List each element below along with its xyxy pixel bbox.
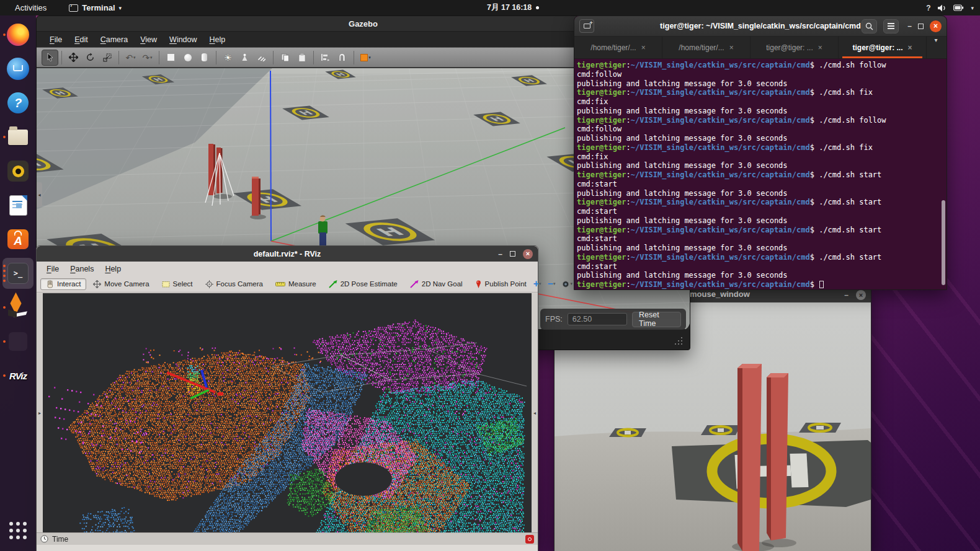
dock-item-rviz[interactable]: RViz (2, 360, 33, 391)
translate-icon[interactable] (65, 50, 82, 66)
dock-item-rhythmbox[interactable] (2, 156, 33, 187)
camera-views-icon[interactable]: ▾ (561, 280, 572, 288)
gazebo-left-panel-handle[interactable]: ◂ (37, 182, 42, 207)
dock-item-unknown-app[interactable] (2, 326, 33, 357)
rviz-time-panel-header[interactable]: Time (37, 532, 538, 545)
remove-minus-icon[interactable]: −▾ (548, 279, 556, 289)
focus-camera-icon (205, 280, 213, 288)
minimize-button[interactable]: – (844, 291, 849, 299)
scale-icon[interactable] (99, 50, 115, 66)
spot-light-icon[interactable] (236, 50, 253, 66)
dock-item-firefox[interactable] (2, 19, 33, 50)
maximize-button[interactable] (918, 24, 924, 29)
menu-camera[interactable]: Camera (95, 34, 133, 45)
maximize-button[interactable] (510, 251, 515, 257)
rviz-menu-bar: FilePanelsHelp (37, 262, 538, 276)
time-panel-close-button[interactable] (525, 535, 534, 544)
rviz-3d-viewport[interactable]: ▸ ◂ (37, 293, 538, 532)
terminal-tab-bar: /home/tiger/...×/home/tiger/...×tiger@ti… (574, 37, 947, 59)
focused-app-menu[interactable]: Terminal ▾ (69, 3, 122, 12)
menu-view[interactable]: View (135, 34, 163, 45)
tool-2d-pose-estimate[interactable]: 2D Pose Estimate (323, 278, 403, 290)
terminal-line: publishing and latching message for 3.0 … (577, 107, 945, 116)
system-tray[interactable]: ? ▾ (926, 0, 974, 15)
rviz-right-panel-handle[interactable]: ◂ (532, 293, 538, 532)
minimize-button[interactable]: – (498, 250, 502, 258)
terminal-tab-3[interactable]: tiger@tiger: ...× (751, 37, 839, 58)
scrollbar-thumb[interactable] (942, 200, 945, 285)
gazebo-fps-panel: FPS: 62.50 Reset Time (540, 309, 686, 330)
rviz-pointcloud-canvas[interactable] (43, 293, 532, 532)
terminal-content[interactable]: tiger@tiger:~/VISIM_single/catkin_ws/src… (574, 59, 947, 290)
resize-grip[interactable] (675, 338, 682, 345)
tool-interact[interactable]: Interact (40, 278, 86, 290)
terminal-title-bar[interactable]: tiger@tiger: ~/VISIM_single/catkin_ws/sr… (574, 16, 947, 37)
box-icon[interactable] (163, 50, 179, 66)
close-button[interactable]: × (523, 249, 533, 259)
terminal-tab-1[interactable]: /home/tiger/...× (574, 37, 662, 58)
insert-model-icon[interactable]: ▾ (357, 50, 374, 66)
directional-light-icon[interactable] (253, 50, 270, 66)
close-tab-icon[interactable]: × (818, 43, 822, 52)
reset-time-button[interactable]: Reset Time (632, 312, 681, 327)
dock-item-files[interactable] (2, 121, 33, 152)
close-tab-icon[interactable]: × (729, 43, 734, 52)
dock-item-terminal[interactable]: >_ (2, 258, 33, 289)
rviz-left-panel-handle[interactable]: ▸ (37, 293, 43, 532)
menu-help[interactable]: Help (100, 264, 126, 274)
close-button[interactable]: × (930, 20, 942, 32)
minimize-button[interactable]: – (907, 22, 912, 30)
tab-label: /home/tiger/... (679, 43, 724, 52)
tool-measure[interactable]: Measure (270, 278, 322, 289)
paste-icon[interactable] (293, 50, 310, 66)
rviz-toolbar: InteractMove CameraSelectFocus CameraMea… (37, 276, 538, 293)
undo-icon[interactable]: ↶▾ (122, 50, 139, 66)
tab-list-dropdown[interactable]: ▾ (927, 37, 945, 58)
dock-item-libreoffice-writer[interactable] (2, 190, 33, 221)
tool-select[interactable]: Select (156, 278, 198, 290)
dock-item-thunderbird[interactable] (2, 53, 33, 84)
rotate-icon[interactable] (82, 50, 99, 66)
activities-button[interactable]: Activities (10, 3, 51, 12)
tool-focus-camera[interactable]: Focus Camera (200, 278, 269, 290)
menu-file[interactable]: File (42, 264, 64, 274)
terminal-tab-4[interactable]: tiger@tiger: ...× (839, 37, 927, 58)
close-tab-icon[interactable]: × (641, 43, 646, 52)
sphere-icon[interactable] (179, 50, 196, 66)
copy-icon[interactable] (277, 50, 293, 66)
menu-panels[interactable]: Panels (65, 264, 99, 274)
terminal-tab-2[interactable]: /home/tiger/...× (662, 37, 751, 58)
dock-item-gazebo[interactable] (2, 292, 33, 323)
menu-window[interactable]: Window (164, 34, 202, 45)
show-apps-button[interactable] (2, 515, 33, 546)
cylinder-icon[interactable] (196, 50, 213, 66)
rviz-title-bar[interactable]: default.rviz* - RViz – × (37, 246, 538, 262)
clock-menu[interactable]: 7月 17 16:18 (487, 0, 539, 15)
search-button[interactable] (862, 19, 877, 33)
libreoffice-writer-icon (9, 195, 27, 216)
dock-item-ubuntu-software[interactable]: A (2, 224, 33, 255)
tool-publish-point[interactable]: Publish Point (470, 278, 532, 290)
menu-file[interactable]: File (44, 34, 68, 45)
terminal-line: cmd:follow (577, 125, 945, 134)
gazebo-icon (7, 296, 29, 319)
menu-button[interactable] (883, 19, 899, 33)
menu-help[interactable]: Help (204, 34, 231, 45)
snap-magnet-icon[interactable] (334, 50, 350, 66)
input-question-icon: ? (926, 4, 930, 12)
new-tab-button[interactable] (579, 19, 594, 33)
tool-move-camera[interactable]: Move Camera (87, 278, 154, 290)
clock-icon (40, 535, 48, 543)
tool-2d-nav-goal[interactable]: 2D Nav Goal (404, 278, 468, 290)
redo-icon[interactable]: ↷▾ (139, 50, 156, 66)
unknown-app-icon (9, 332, 27, 351)
select-arrow-icon[interactable] (42, 50, 58, 66)
menu-edit[interactable]: Edit (69, 34, 94, 45)
close-tab-icon[interactable]: × (908, 43, 912, 52)
dock-item-help[interactable]: ? (2, 87, 33, 118)
close-button[interactable]: × (856, 290, 866, 300)
add-plus-icon[interactable]: +▾ (533, 279, 541, 289)
point-light-icon[interactable]: ☀ (220, 50, 236, 66)
align-icon[interactable] (317, 50, 334, 66)
terminal-line: cmd:start (577, 180, 945, 189)
